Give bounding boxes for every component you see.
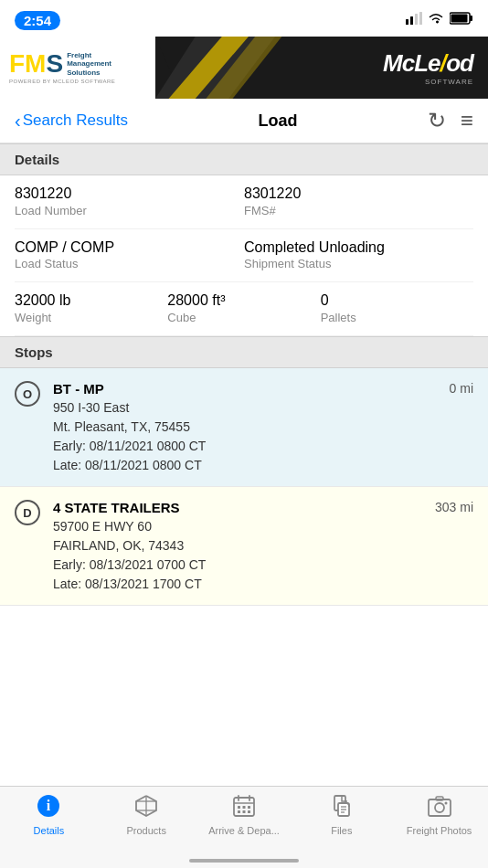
arrive-depart-tab-icon bbox=[232, 794, 256, 821]
stop-origin-name: BT - MP bbox=[53, 379, 437, 398]
fms-subtitle: Freight Management Solutions bbox=[67, 51, 111, 78]
fms-number-cell: 8301220 FMS# bbox=[244, 185, 473, 219]
tab-arrive-depart[interactable]: Arrive & Depa... bbox=[196, 794, 293, 836]
svg-rect-5 bbox=[470, 16, 472, 21]
svg-point-29 bbox=[435, 803, 444, 812]
load-status-label: Load Status bbox=[15, 257, 244, 272]
svg-text:i: i bbox=[47, 798, 51, 813]
mcleod-logo: McLe/od SOFTWARE bbox=[368, 49, 488, 86]
tab-products-label: Products bbox=[126, 825, 165, 836]
weight-value: 32000 lb bbox=[15, 291, 167, 311]
stop-origin-address: 950 I-30 East bbox=[53, 398, 437, 418]
nav-actions: ↻ ≡ bbox=[428, 108, 473, 133]
stop-origin-late: Late: 08/11/2021 0800 CT bbox=[53, 456, 437, 475]
svg-rect-1 bbox=[410, 16, 413, 25]
back-chevron-icon: ‹ bbox=[15, 111, 21, 130]
svg-rect-2 bbox=[415, 14, 418, 25]
svg-rect-3 bbox=[419, 12, 422, 25]
weight-label: Weight bbox=[15, 311, 167, 326]
tab-arrive-depart-label: Arrive & Depa... bbox=[208, 825, 280, 836]
stops-container: O BT - MP 950 I-30 East Mt. Pleasant, TX… bbox=[0, 368, 488, 606]
weight-cell: 32000 lb Weight bbox=[15, 291, 167, 326]
detail-row-2: COMP / COMP Load Status Completed Unload… bbox=[15, 229, 473, 283]
files-tab-icon bbox=[330, 794, 354, 821]
details-grid: 8301220 Load Number 8301220 FMS# COMP / … bbox=[0, 175, 488, 336]
svg-rect-21 bbox=[242, 810, 245, 813]
tab-freight-photos[interactable]: Freight Photos bbox=[390, 794, 488, 836]
back-button[interactable]: ‹ Search Results bbox=[15, 111, 128, 130]
stop-origin: O BT - MP 950 I-30 East Mt. Pleasant, TX… bbox=[0, 368, 488, 487]
svg-rect-22 bbox=[248, 810, 250, 813]
detail-row-3: 32000 lb Weight 28000 ft³ Cube 0 Pallets bbox=[15, 282, 473, 336]
pallets-label: Pallets bbox=[321, 311, 473, 326]
tab-bar: i Details Products bbox=[0, 786, 488, 868]
main-content: Details 8301220 Load Number 8301220 FMS#… bbox=[0, 143, 488, 693]
fms-s: S bbox=[46, 49, 63, 78]
tab-details-label: Details bbox=[34, 825, 65, 836]
home-indicator bbox=[189, 859, 299, 863]
svg-rect-18 bbox=[242, 806, 245, 809]
cube-label: Cube bbox=[167, 311, 320, 326]
stop-destination-address: 59700 E HWY 60 bbox=[53, 517, 422, 536]
logo-diagonal bbox=[155, 37, 368, 99]
fms-logo: FMS Freight Management Solutions POWERED… bbox=[0, 37, 155, 99]
svg-rect-19 bbox=[248, 806, 250, 809]
stop-destination-badge: D bbox=[15, 500, 40, 525]
svg-rect-17 bbox=[238, 806, 240, 809]
stop-destination-city: FAIRLAND, OK, 74343 bbox=[53, 536, 422, 556]
pallets-value: 0 bbox=[321, 291, 473, 311]
products-tab-icon bbox=[134, 794, 158, 821]
stop-destination-early: Early: 08/13/2021 0700 CT bbox=[53, 556, 422, 575]
svg-rect-0 bbox=[406, 19, 408, 25]
load-number-label: Load Number bbox=[15, 204, 244, 219]
svg-rect-30 bbox=[436, 797, 443, 800]
freight-photos-tab-icon bbox=[428, 794, 451, 821]
pallets-cell: 0 Pallets bbox=[321, 291, 473, 326]
fms-powered: POWERED BY MCLEOD SOFTWARE bbox=[9, 79, 146, 84]
stop-destination-late: Late: 08/13/2021 1700 CT bbox=[53, 575, 422, 594]
logo-bar: FMS Freight Management Solutions POWERED… bbox=[0, 37, 488, 99]
signal-icon bbox=[406, 12, 422, 28]
mcleod-text: McLe/od bbox=[383, 49, 473, 78]
detail-row-1: 8301220 Load Number 8301220 FMS# bbox=[15, 175, 473, 229]
stops-section-header: Stops bbox=[0, 336, 488, 368]
stop-destination-name: 4 STATE TRAILERS bbox=[53, 498, 422, 517]
status-icons bbox=[406, 12, 473, 28]
tab-details[interactable]: i Details bbox=[0, 794, 98, 836]
tab-products[interactable]: Products bbox=[98, 794, 196, 836]
stop-destination-distance: 303 mi bbox=[435, 500, 473, 514]
tab-files-label: Files bbox=[331, 825, 352, 836]
page-title: Load bbox=[137, 111, 419, 131]
load-status-value: COMP / COMP bbox=[15, 238, 244, 258]
tab-files[interactable]: Files bbox=[292, 794, 390, 836]
fms-m: M bbox=[25, 49, 46, 78]
nav-bar: ‹ Search Results Load ↻ ≡ bbox=[0, 99, 488, 143]
stop-destination: D 4 STATE TRAILERS 59700 E HWY 60 FAIRLA… bbox=[0, 487, 488, 606]
fms-number-value: 8301220 bbox=[244, 185, 473, 204]
shipment-status-cell: Completed Unloading Shipment Status bbox=[244, 238, 473, 273]
details-section-header: Details bbox=[0, 143, 488, 175]
fms-number-label: FMS# bbox=[244, 204, 473, 219]
wifi-icon bbox=[428, 12, 444, 28]
status-bar: 2:54 bbox=[0, 0, 488, 37]
load-status-cell: COMP / COMP Load Status bbox=[15, 238, 244, 273]
cube-cell: 28000 ft³ Cube bbox=[167, 291, 320, 326]
shipment-status-value: Completed Unloading bbox=[244, 238, 473, 258]
stop-origin-city: Mt. Pleasant, TX, 75455 bbox=[53, 418, 437, 437]
stop-origin-badge: O bbox=[15, 381, 40, 407]
stop-destination-content: 4 STATE TRAILERS 59700 E HWY 60 FAIRLAND… bbox=[53, 498, 422, 594]
battery-icon bbox=[450, 12, 473, 28]
svg-rect-6 bbox=[451, 15, 468, 23]
refresh-button[interactable]: ↻ bbox=[428, 108, 446, 133]
mcleod-sub: SOFTWARE bbox=[425, 78, 473, 86]
status-time: 2:54 bbox=[15, 11, 60, 30]
shipment-status-label: Shipment Status bbox=[244, 257, 473, 272]
svg-rect-28 bbox=[429, 799, 451, 816]
fms-f: F bbox=[9, 49, 25, 78]
stop-origin-content: BT - MP 950 I-30 East Mt. Pleasant, TX, … bbox=[53, 379, 437, 475]
svg-rect-20 bbox=[238, 810, 240, 813]
menu-button[interactable]: ≡ bbox=[461, 108, 473, 133]
back-label: Search Results bbox=[23, 111, 128, 130]
load-number-cell: 8301220 Load Number bbox=[15, 185, 244, 219]
tab-freight-photos-label: Freight Photos bbox=[407, 825, 472, 836]
